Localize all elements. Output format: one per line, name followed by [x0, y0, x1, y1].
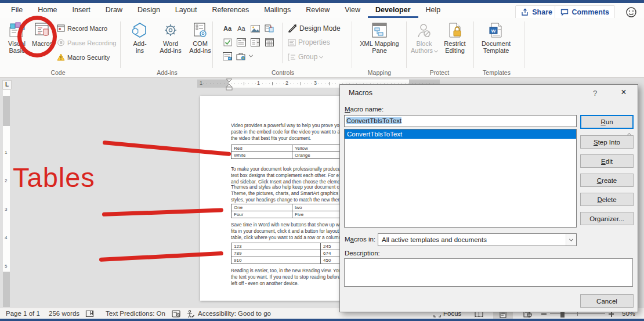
chevron-down-icon — [569, 237, 573, 241]
text-line: Editing — [444, 47, 465, 54]
checkbox-control-icon[interactable] — [222, 37, 233, 48]
design-mode-icon — [288, 24, 297, 33]
pause-recording-button: Pause Recording — [57, 39, 116, 46]
restrict-editing-button[interactable]: RestrictEditing — [440, 22, 470, 54]
table-cell: 910 — [231, 257, 321, 264]
restrict-editing-label: RestrictEditing — [444, 40, 465, 54]
share-label: Share — [532, 8, 552, 16]
comments-label: Comments — [571, 8, 609, 16]
text-line: Document — [482, 40, 511, 47]
text-predictions-status[interactable]: Text Predictions: On — [106, 308, 165, 319]
macro-list[interactable]: ConvertTblsToText — [344, 129, 577, 228]
tab-stop-selector[interactable]: L — [2, 80, 12, 89]
ruler-tick — [272, 82, 273, 85]
ruler-tick — [244, 82, 244, 85]
tab-review[interactable]: Review — [298, 3, 337, 18]
comments-button[interactable]: Comments — [555, 5, 615, 19]
rich-text-control-icon[interactable]: Aa — [222, 23, 233, 34]
ruler-number: 4 — [5, 235, 7, 240]
macro-name-input[interactable]: ConvertTblsToText — [344, 115, 577, 127]
word-addins-button[interactable]: WordAdd-ins — [155, 22, 186, 54]
com-addins-button[interactable]: COMAdd-ins — [187, 22, 214, 54]
building-block-gallery-icon[interactable] — [263, 23, 275, 34]
text-line: Template — [482, 47, 511, 54]
share-button[interactable]: Share — [515, 5, 558, 19]
accessibility-status[interactable]: Accessibility: Good to go — [198, 308, 271, 319]
group-separator — [120, 21, 121, 68]
group-separator — [524, 21, 524, 68]
dialog-help-button[interactable]: ? — [593, 89, 597, 98]
tab-insert[interactable]: Insert — [65, 3, 98, 18]
tab-help[interactable]: Help — [418, 3, 448, 18]
record-macro-button[interactable]: Record Macro — [57, 24, 107, 32]
ribbon: VisualBasic Macros Record Macro — [0, 18, 644, 78]
ruler-number: 3 — [5, 207, 7, 212]
macro-list-item[interactable]: ConvertTblsToText — [345, 129, 576, 139]
ruler-tick — [329, 82, 330, 85]
block-authors-label: Block Authors — [411, 40, 437, 54]
table-cell: Red — [231, 145, 292, 152]
organizer-button[interactable]: Organizer... — [580, 212, 634, 225]
delete-button[interactable]: Delete — [580, 193, 634, 206]
design-mode-label: Design Mode — [299, 24, 341, 33]
ribbon-tabs: FileHomeInsertDrawDesignLayoutReferences… — [3, 3, 448, 18]
annotation-circle — [17, 16, 57, 57]
dropdown-list-control-icon[interactable] — [249, 37, 261, 48]
word-count[interactable]: 256 words — [49, 308, 79, 319]
tab-developer[interactable]: Developer — [368, 3, 418, 18]
tab-view[interactable]: View — [337, 3, 368, 18]
restrict-editing-icon — [447, 22, 463, 38]
combobox-dropdown-button[interactable] — [566, 234, 576, 246]
macro-security-button[interactable]: Macro Security — [57, 53, 110, 61]
document-template-button[interactable]: W DocumentTemplate — [478, 22, 514, 54]
block-authors-icon — [415, 22, 433, 38]
zoom-slider-center-tick — [577, 312, 578, 316]
vertical-ruler[interactable]: 1 2 3 4 5 — [3, 90, 10, 307]
design-mode-button[interactable]: Design Mode — [288, 24, 341, 33]
description-textarea[interactable] — [344, 258, 633, 287]
legacy-tools-dropdown-chevron-icon[interactable] — [249, 53, 253, 57]
annotation-tables-text: Tables — [13, 161, 95, 193]
tab-layout[interactable]: Layout — [168, 3, 205, 18]
indent-marker-icon[interactable] — [226, 79, 233, 91]
proofing-book-icon[interactable] — [85, 310, 94, 318]
table-cell: 789 — [231, 250, 321, 257]
document-template-icon: W — [488, 22, 504, 38]
pause-recording-icon — [57, 39, 65, 46]
date-picker-control-icon[interactable] — [263, 37, 275, 48]
accessibility-person-icon[interactable] — [186, 310, 194, 318]
tab-design[interactable]: Design — [130, 3, 168, 18]
macros-in-combobox[interactable]: All active templates and documents — [378, 233, 577, 246]
edit-button[interactable]: Edit — [580, 154, 634, 168]
create-button[interactable]: Create — [580, 174, 634, 187]
svg-text:W: W — [491, 28, 496, 34]
xml-mapping-pane-button[interactable]: XML MappingPane — [355, 22, 404, 54]
step-into-button[interactable]: Step Into — [580, 135, 634, 149]
xml-mapping-pane-label: XML MappingPane — [360, 40, 399, 54]
picture-control-icon[interactable] — [249, 23, 261, 34]
table-cell: One — [231, 204, 292, 211]
feedback-smiley-icon[interactable] — [625, 6, 637, 18]
tab-file[interactable]: File — [3, 3, 30, 18]
cancel-button[interactable]: Cancel — [580, 294, 634, 308]
run-button[interactable]: Run — [580, 115, 634, 129]
tab-mailings[interactable]: Mailings — [256, 3, 298, 18]
legacy-tools-icon[interactable] — [222, 51, 233, 62]
page-indicator[interactable]: Page 1 of 1 — [6, 308, 40, 319]
ribbon-tab-row: FileHomeInsertDrawDesignLayoutReferences… — [0, 3, 644, 18]
block-authors-line1: Block — [411, 40, 437, 47]
tab-draw[interactable]: Draw — [98, 3, 130, 18]
combo-box-control-icon[interactable] — [236, 37, 247, 48]
dialog-close-button[interactable]: × — [617, 87, 630, 98]
tab-references[interactable]: References — [204, 3, 256, 18]
plain-text-control-icon[interactable]: Aa — [236, 23, 247, 34]
block-authors-line2: Authors — [411, 47, 437, 54]
ruler-number: 2 — [284, 80, 290, 86]
word-addins-label: WordAdd-ins — [160, 40, 181, 54]
group-dropdown-chevron-icon — [319, 54, 323, 58]
ruler-bottom-margin-zone — [3, 272, 10, 307]
addins-button[interactable]: Add-ins — [126, 22, 153, 54]
legacy-forms-icon[interactable] — [236, 51, 247, 62]
zoom-out-button[interactable] — [541, 313, 547, 315]
editor-icon[interactable] — [172, 310, 180, 318]
